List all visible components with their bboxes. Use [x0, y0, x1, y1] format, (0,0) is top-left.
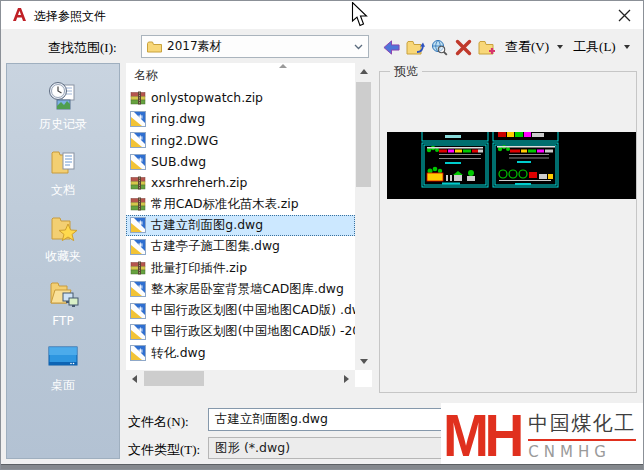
file-row[interactable]: 古建亭子施工图集.dwg [126, 236, 355, 257]
zip-file-icon [130, 260, 146, 276]
file-name-label: 中国行政区划图(中国地图CAD版) .dw [151, 302, 355, 319]
file-row[interactable]: ring2.DWG [126, 130, 355, 151]
dwg-file-icon [130, 239, 146, 255]
file-row[interactable]: 批量打印插件.zip [126, 257, 355, 278]
back-icon [382, 39, 401, 56]
file-name-label: 转化.dwg [151, 345, 206, 362]
sidebar-item-label: 历史记录 [39, 116, 87, 133]
name-column-label: 名称 [134, 67, 158, 84]
dwg-file-icon [130, 345, 146, 361]
sidebar-item-label: 文档 [51, 182, 75, 199]
scroll-up-button[interactable] [355, 63, 372, 80]
file-name-input[interactable]: 古建立剖面图g.dwg [208, 408, 460, 431]
file-list: 名称 onlystopwatch.zip ring.dwg ring2.DWG … [126, 63, 372, 387]
view-menu-label: 查看(V) [505, 38, 549, 56]
company-name-en: CNMHG [528, 443, 636, 461]
file-type-value: 图形 (*.dwg) [215, 440, 290, 457]
file-name-label: 常用CAD标准化苗木表.zip [151, 196, 299, 213]
sidebar-item-desktop[interactable]: 桌面 [7, 340, 119, 394]
mh-monogram: MH [443, 407, 520, 465]
name-column-header[interactable]: 名称 [126, 63, 372, 85]
file-row[interactable]: 中国行政区划图(中国地图CAD版) -20 [126, 321, 355, 342]
dwg-file-icon [130, 303, 146, 319]
file-row[interactable]: ring.dwg [126, 108, 355, 129]
desktop-icon [45, 340, 81, 374]
file-name-label: ring2.DWG [151, 133, 218, 148]
file-name-label: 批量打印插件.zip [151, 260, 247, 277]
dwg-file-icon [130, 324, 146, 340]
select-reference-file-dialog: 选择参照文件 查找范围(I): 2017素材 [0, 0, 644, 470]
file-type-dropdown[interactable]: 图形 (*.dwg) [208, 437, 460, 459]
search-web-button[interactable] [427, 35, 451, 59]
look-in-value: 2017素材 [167, 38, 222, 55]
file-row[interactable]: SUB.dwg [126, 151, 355, 172]
preview-label: 预览 [390, 63, 422, 80]
logo-divider [528, 439, 636, 441]
chevron-down-icon [557, 45, 563, 49]
file-name-label: xxsrhreherh.zip [151, 175, 247, 190]
dialog-title: 选择参照文件 [34, 8, 106, 25]
favorites-icon [45, 211, 81, 245]
tools-menu-label: 工具(L) [573, 38, 616, 56]
file-name-label: 古建亭子施工图集.dwg [151, 238, 280, 255]
preview-image [387, 132, 636, 199]
up-one-level-icon [406, 39, 425, 56]
preview-group: 预览 [379, 71, 637, 393]
file-row[interactable]: 中国行政区划图(中国地图CAD版) .dw [126, 300, 355, 321]
file-name-label: 整木家居卧室背景墙CAD图库.dwg [151, 281, 344, 298]
sidebar-item-history[interactable]: 历史记录 [7, 79, 119, 133]
file-name-label: 古建立剖面图g.dwg [151, 217, 263, 234]
file-row[interactable]: onlystopwatch.zip [126, 87, 355, 108]
dwg-file-icon [130, 132, 146, 148]
new-folder-icon [478, 39, 497, 56]
file-name-label: SUB.dwg [151, 154, 206, 169]
back-button[interactable] [379, 35, 403, 59]
tools-menu-button[interactable]: 工具(L) [573, 38, 634, 56]
mouse-cursor [351, 2, 368, 28]
window-bottom-edge [1, 464, 643, 469]
folder-icon [147, 41, 162, 53]
delete-button[interactable] [451, 35, 475, 59]
file-name-label: 中国行政区划图(中国地图CAD版) -20 [151, 323, 355, 340]
view-menu-button[interactable]: 查看(V) [505, 38, 567, 56]
dwg-file-icon [130, 217, 146, 233]
sidebar-item-favorites[interactable]: 收藏夹 [7, 211, 119, 265]
new-folder-button[interactable] [475, 35, 499, 59]
history-icon [45, 79, 81, 113]
sidebar-item-label: 桌面 [51, 377, 75, 394]
vertical-scrollbar-thumb[interactable] [356, 82, 371, 187]
file-rows: onlystopwatch.zip ring.dwg ring2.DWG SUB… [126, 87, 355, 370]
scroll-down-button[interactable] [355, 353, 372, 370]
company-name-cn: 中国煤化工 [528, 410, 636, 437]
sidebar-item-documents[interactable]: 文档 [7, 145, 119, 199]
look-in-dropdown[interactable]: 2017素材 [141, 35, 369, 58]
chevron-down-icon[interactable] [354, 44, 363, 50]
file-row[interactable]: 古建立剖面图g.dwg [126, 215, 355, 236]
look-in-label: 查找范围(I): [48, 39, 117, 57]
horizontal-scrollbar-thumb[interactable] [144, 371, 204, 386]
vertical-scrollbar[interactable] [355, 63, 372, 370]
scroll-left-button[interactable] [126, 370, 143, 387]
zip-file-icon [130, 175, 146, 191]
zip-file-icon [130, 90, 146, 106]
file-name-label: ring.dwg [151, 111, 205, 126]
up-one-level-button[interactable] [403, 35, 427, 59]
sidebar-item-ftp[interactable]: FTP [7, 277, 119, 328]
places-sidebar: 历史记录 文档 收藏夹 [6, 63, 120, 459]
dwg-file-icon [130, 281, 146, 297]
search-web-icon [430, 39, 448, 56]
zip-file-icon [130, 196, 146, 212]
scroll-right-button[interactable] [338, 370, 355, 387]
file-type-label: 文件类型(T): [128, 441, 200, 459]
sort-ascending-icon [279, 64, 287, 68]
file-name-label: onlystopwatch.zip [151, 90, 263, 105]
file-row[interactable]: xxsrhreherh.zip [126, 172, 355, 193]
file-row[interactable]: 整木家居卧室背景墙CAD图库.dwg [126, 279, 355, 300]
file-row[interactable]: 转化.dwg [126, 343, 355, 364]
watermark-logo: MH 中国煤化工 CNMHG [441, 403, 644, 468]
dwg-file-icon [130, 154, 146, 170]
horizontal-scrollbar[interactable] [126, 370, 355, 387]
file-name-label: 文件名(N): [128, 413, 189, 431]
file-row[interactable]: 常用CAD标准化苗木表.zip [126, 193, 355, 214]
close-button[interactable] [611, 3, 637, 27]
